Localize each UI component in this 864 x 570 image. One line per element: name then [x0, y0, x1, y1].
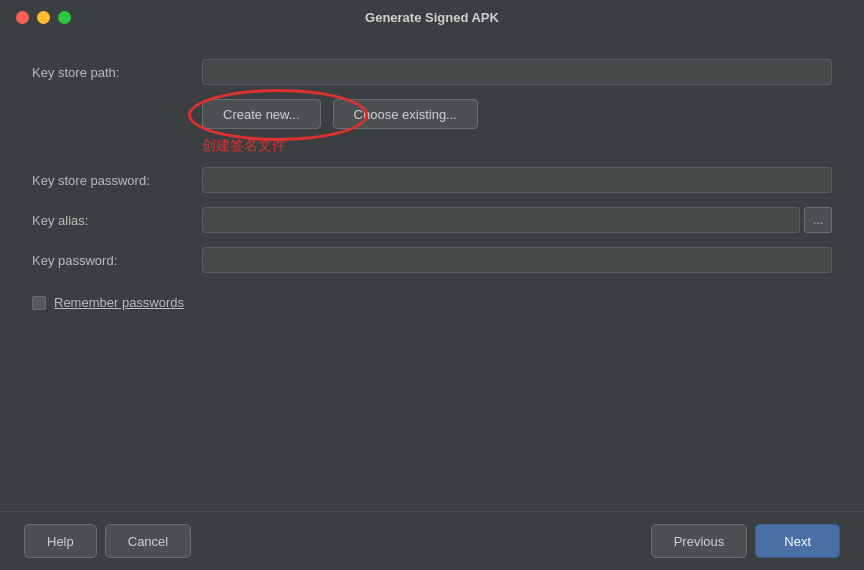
remember-passwords-checkbox[interactable] — [32, 296, 46, 310]
maximize-button[interactable] — [58, 11, 71, 24]
title-bar: Generate Signed APK — [0, 0, 864, 35]
bottom-bar: Help Cancel Previous Next — [0, 511, 864, 570]
bottom-left-buttons: Help Cancel — [24, 524, 191, 558]
remember-passwords-row: Remember passwords — [32, 295, 832, 310]
minimize-button[interactable] — [37, 11, 50, 24]
form-content: Key store path: Create new... Choose exi… — [0, 35, 864, 511]
key-alias-input-group: ... — [202, 207, 832, 233]
annotation-text: 创建签名文件 — [202, 137, 832, 155]
key-store-password-input[interactable] — [202, 167, 832, 193]
window-title: Generate Signed APK — [365, 10, 499, 25]
key-alias-row: Key alias: ... — [32, 207, 832, 233]
window-controls — [16, 11, 71, 24]
remember-passwords-label[interactable]: Remember passwords — [54, 295, 184, 310]
key-password-row: Key password: — [32, 247, 832, 273]
key-password-label: Key password: — [32, 253, 202, 268]
help-button[interactable]: Help — [24, 524, 97, 558]
key-password-input[interactable] — [202, 247, 832, 273]
create-choose-row: Create new... Choose existing... — [202, 99, 832, 129]
bottom-right-buttons: Previous Next — [651, 524, 840, 558]
key-store-path-label: Key store path: — [32, 65, 202, 80]
main-window: Generate Signed APK Key store path: Crea… — [0, 0, 864, 570]
key-store-path-input[interactable] — [202, 59, 832, 85]
choose-existing-button[interactable]: Choose existing... — [333, 99, 478, 129]
key-store-password-row: Key store password: — [32, 167, 832, 193]
key-store-path-row: Key store path: — [32, 59, 832, 85]
previous-button[interactable]: Previous — [651, 524, 748, 558]
key-alias-label: Key alias: — [32, 213, 202, 228]
key-alias-browse-button[interactable]: ... — [804, 207, 832, 233]
close-button[interactable] — [16, 11, 29, 24]
next-button[interactable]: Next — [755, 524, 840, 558]
cancel-button[interactable]: Cancel — [105, 524, 191, 558]
key-store-password-label: Key store password: — [32, 173, 202, 188]
create-new-button[interactable]: Create new... — [202, 99, 321, 129]
key-alias-input[interactable] — [202, 207, 800, 233]
